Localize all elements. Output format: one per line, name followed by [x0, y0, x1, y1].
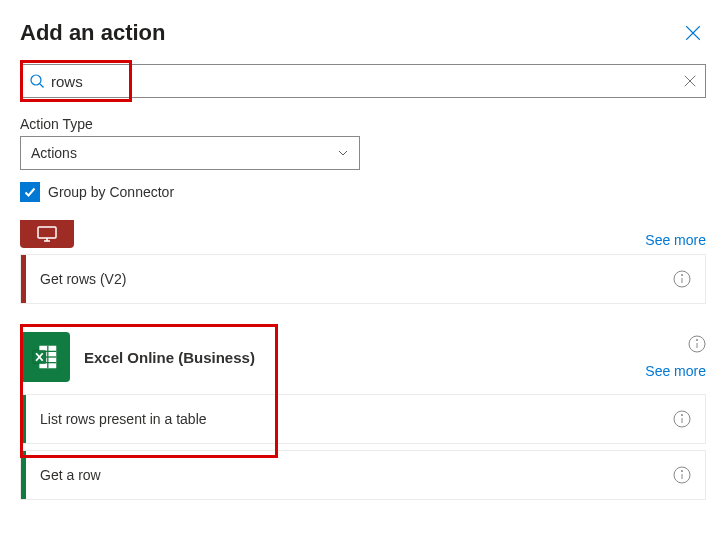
connector-icon-excel [20, 332, 70, 382]
connector-name-excel: Excel Online (Business) [70, 349, 645, 366]
info-button[interactable] [673, 466, 691, 484]
page-title: Add an action [20, 20, 165, 46]
svg-point-2 [31, 75, 41, 85]
see-more-link-sql[interactable]: See more [645, 232, 706, 248]
svg-line-3 [40, 84, 44, 88]
close-button[interactable] [680, 20, 706, 46]
svg-point-20 [696, 339, 697, 340]
group-by-connector-checkbox[interactable] [20, 182, 40, 202]
monitor-icon [36, 226, 58, 242]
action-get-rows-v2[interactable]: Get rows (V2) [20, 254, 706, 304]
info-button[interactable] [673, 270, 691, 288]
clear-search-button[interactable] [683, 74, 697, 88]
svg-point-23 [681, 414, 682, 415]
x-icon [683, 74, 697, 88]
search-icon [29, 73, 45, 89]
info-icon [673, 466, 691, 484]
excel-icon [30, 342, 60, 372]
checkmark-icon [23, 185, 37, 199]
svg-rect-6 [38, 227, 56, 238]
search-input[interactable] [51, 73, 683, 90]
action-get-a-row[interactable]: Get a row [20, 450, 706, 500]
action-type-select[interactable]: Actions [20, 136, 360, 170]
search-box[interactable] [20, 64, 706, 98]
info-icon [673, 410, 691, 428]
action-type-value: Actions [31, 145, 77, 161]
see-more-link-excel[interactable]: See more [645, 363, 706, 379]
group-by-connector-label: Group by Connector [48, 184, 174, 200]
connector-tile-sql[interactable] [20, 220, 74, 248]
svg-point-26 [681, 470, 682, 471]
action-type-label: Action Type [20, 116, 706, 132]
connector-header-excel[interactable]: Excel Online (Business) See more [20, 332, 706, 382]
svg-point-11 [681, 274, 682, 275]
info-button[interactable] [688, 335, 706, 353]
info-icon [688, 335, 706, 353]
action-list-rows-present[interactable]: List rows present in a table [20, 394, 706, 444]
action-label: Get a row [26, 467, 673, 483]
info-icon [673, 270, 691, 288]
info-button[interactable] [673, 410, 691, 428]
close-icon [684, 24, 702, 42]
chevron-down-icon [337, 147, 349, 159]
action-label: Get rows (V2) [26, 271, 673, 287]
action-label: List rows present in a table [26, 411, 673, 427]
